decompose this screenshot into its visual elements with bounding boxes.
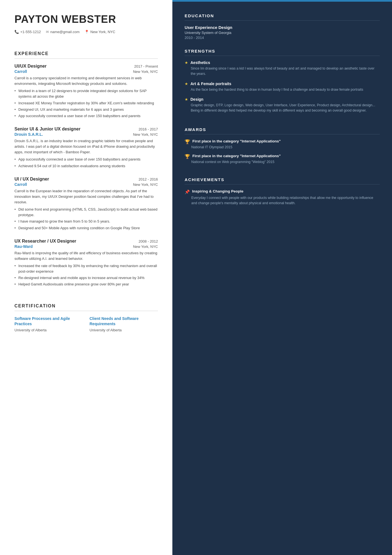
exp-location: New York, NYC: [133, 182, 158, 187]
education-title: EDUCATION: [185, 13, 380, 21]
exp-company: Rau-Ward: [14, 244, 33, 249]
contact-row: 📞 +1-555-1212 ✉ name@gmail.com 📍 New Yor…: [14, 30, 158, 34]
award-trophy-icon: 🏆: [185, 139, 190, 144]
email-icon: ✉: [46, 30, 49, 34]
achievements-title: ACHIEVEMENTS: [185, 177, 380, 184]
achievement-header: 📌 Inspiring & Changing People: [185, 189, 380, 194]
exp-header: UI/UX Designer 2017 - Present: [14, 64, 158, 69]
achievement-pin-icon: 📌: [185, 189, 190, 194]
awards-title: AWARDS: [185, 127, 380, 134]
award-trophy-icon: 🏆: [185, 154, 190, 159]
strength-star-icon: ★: [185, 60, 188, 65]
exp-company: Drouin S.A.R.L.: [14, 132, 43, 137]
achievement-description: Everyday I connect with people with our …: [185, 195, 380, 206]
strengths-section: STRENGTHS ★ Aesthetics Since Im drawing …: [185, 49, 380, 118]
exp-header: UX Researcher / UX Designer 2008 - 2012: [14, 239, 158, 244]
bullet-item: Re-designed internal web and mobile apps…: [14, 275, 158, 281]
award-item-0: 🏆 First place in the category "Internet …: [185, 139, 380, 149]
exp-company-row: Drouin S.A.R.L. New York, NYC: [14, 132, 158, 137]
exp-description: Carroll is the European leader in the re…: [14, 188, 158, 205]
strength-header: ★ Aesthetics: [185, 60, 380, 65]
location-text: New York, NYC: [90, 30, 115, 34]
award-org: National contest on Web programming "Web…: [185, 160, 380, 164]
experience-section: EXPERIENCE UI/UX Designer 2017 - Present…: [14, 51, 158, 295]
phone-text: +1-555-1212: [20, 30, 41, 34]
award-title: First place in the category "Internet Ap…: [192, 154, 281, 159]
experience-entry-3: UX Researcher / UX Designer 2008 - 2012 …: [14, 239, 158, 287]
cert-name: Client Needs and Software Requirements: [90, 316, 158, 327]
phone-item: 📞 +1-555-1212: [14, 30, 41, 34]
strength-star-icon: ★: [185, 82, 188, 86]
bullet-item: Increased the rate of feedback by 30% by…: [14, 263, 158, 274]
exp-company: Carroll: [14, 182, 27, 187]
exp-dates: 2017 - Present: [134, 64, 158, 68]
bullet-item: App successfully connected a user base o…: [14, 113, 158, 119]
experience-title: EXPERIENCE: [14, 51, 158, 59]
strength-item-1: ★ Art & Female portraits As the face bei…: [185, 82, 380, 92]
bullet-item: Worked in a team of 12 designers to prov…: [14, 88, 158, 99]
exp-dates: 2012 - 2016: [139, 177, 158, 181]
achievement-title: Inspiring & Changing People: [192, 189, 244, 194]
exp-header: UI / UX Designer 2012 - 2016: [14, 177, 158, 182]
strengths-title: STRENGTHS: [185, 49, 380, 56]
experience-entry-0: UI/UX Designer 2017 - Present Carroll Ne…: [14, 64, 158, 119]
strength-name: Design: [190, 97, 204, 102]
cert-school: University of Alberta: [90, 328, 158, 332]
exp-description: Carroll is a company specialized in ment…: [14, 75, 158, 87]
certification-section: CERTIFICATION Software Processes and Agi…: [14, 304, 158, 332]
right-column: EDUCATION User Experience Design Univers…: [172, 0, 392, 555]
exp-dates: 2008 - 2012: [139, 239, 158, 243]
bullet-item: I have managed to grow the team from 5 t…: [14, 219, 158, 224]
cert-item-1: Client Needs and Software Requirements U…: [90, 316, 158, 332]
bullet-item: Did some front end programming (HTML 5, …: [14, 207, 158, 218]
exp-dates: 2016 - 2017: [139, 127, 158, 131]
edu-degree: User Experience Design: [185, 25, 380, 30]
name-block: PAYTON WEBSTER: [14, 13, 158, 25]
bullet-item: App successfully connected a user base o…: [14, 157, 158, 162]
strength-header: ★ Design: [185, 97, 380, 102]
award-title: First place in the category "Internet Ap…: [192, 139, 281, 144]
exp-description: Drouin S.A.R.L. is an industry leader in…: [14, 138, 158, 155]
achievement-item-0: 📌 Inspiring & Changing People Everyday I…: [185, 189, 380, 206]
email-text: name@gmail.com: [50, 30, 80, 34]
location-item: 📍 New York, NYC: [85, 30, 115, 34]
exp-header: Senior UI & Junior UX designer 2016 - 20…: [14, 127, 158, 132]
bullet-item: Designed and 50+ Mobile Apps with runnin…: [14, 225, 158, 231]
edu-school: University System of Georgia: [185, 31, 380, 35]
exp-company-row: Carroll New York, NYC: [14, 182, 158, 187]
accent-bar: [172, 0, 392, 2]
left-column: PAYTON WEBSTER 📞 +1-555-1212 ✉ name@gmai…: [0, 0, 172, 555]
bullet-item: Helped Garrett Audiovisuals online prese…: [14, 282, 158, 287]
exp-title: Senior UI & Junior UX designer: [14, 127, 80, 132]
cert-item-0: Software Processes and Agile Practices U…: [14, 316, 83, 332]
strength-star-icon: ★: [185, 97, 188, 102]
strength-description: Graphic design, DTP, Logo design, Web de…: [185, 103, 380, 113]
phone-icon: 📞: [14, 30, 19, 34]
email-item: ✉ name@gmail.com: [46, 30, 80, 34]
award-header: 🏆 First place in the category "Internet …: [185, 139, 380, 144]
strength-description: Since Im drawing since I was a kid I was…: [185, 66, 380, 77]
exp-location: New York, NYC: [133, 132, 158, 137]
experience-entry-1: Senior UI & Junior UX designer 2016 - 20…: [14, 127, 158, 169]
exp-description: Rau-Ward is improving the quality of lif…: [14, 250, 158, 262]
cert-name: Software Processes and Agile Practices: [14, 316, 83, 327]
location-icon: 📍: [85, 30, 89, 34]
exp-bullets: Increased the rate of feedback by 30% by…: [14, 263, 158, 287]
strength-description: As the face being the hardest thing to d…: [185, 87, 380, 92]
exp-bullets: Did some front end programming (HTML 5, …: [14, 207, 158, 231]
award-header: 🏆 First place in the category "Internet …: [185, 154, 380, 159]
bullet-item: Increased XE Money Transfer registration…: [14, 100, 158, 106]
certification-grid: Software Processes and Agile Practices U…: [14, 316, 158, 332]
bullet-item: Achieved 9.54 out of 10 in satisfaction …: [14, 163, 158, 169]
exp-company-row: Carroll New York, NYC: [14, 69, 158, 74]
edu-dates: 2010 - 2014: [185, 36, 380, 40]
exp-title: UX Researcher / UX Designer: [14, 239, 76, 244]
strengths-list: ★ Aesthetics Since Im drawing since I wa…: [185, 60, 380, 113]
exp-company-row: Rau-Ward New York, NYC: [14, 244, 158, 249]
award-item-1: 🏆 First place in the category "Internet …: [185, 154, 380, 164]
strength-name: Aesthetics: [190, 60, 210, 65]
experience-entries: UI/UX Designer 2017 - Present Carroll Ne…: [14, 64, 158, 287]
strength-name: Art & Female portraits: [190, 82, 231, 86]
certification-title: CERTIFICATION: [14, 304, 158, 311]
exp-location: New York, NYC: [133, 70, 158, 74]
